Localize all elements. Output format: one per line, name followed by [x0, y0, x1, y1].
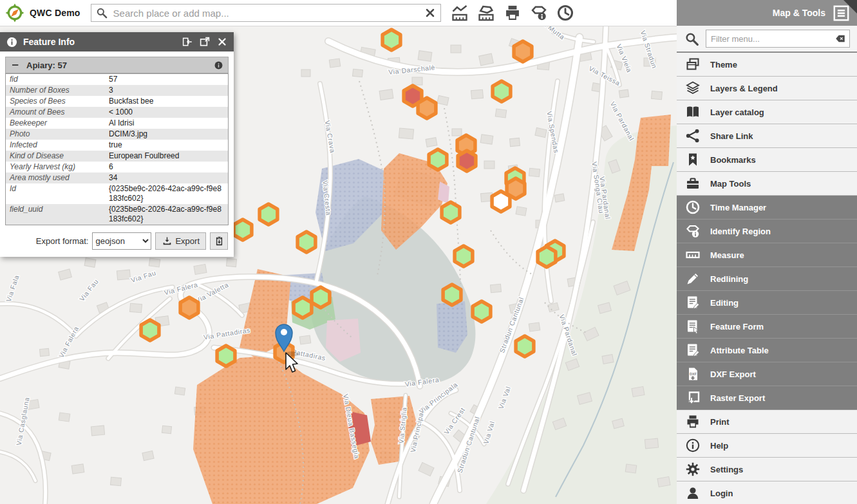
sidebar-item-label: Feature Form: [710, 322, 764, 331]
measure-area-icon[interactable]: [477, 4, 495, 22]
sidebar-item-measure[interactable]: Measure: [677, 243, 857, 267]
apiary-marker[interactable]: [217, 346, 235, 366]
attribute-row: Area mostly used34: [6, 173, 229, 183]
filter-menu-input[interactable]: [706, 33, 834, 44]
feature-info-header[interactable]: Feature Info: [0, 32, 234, 51]
sidebar-item-time-manager[interactable]: Time Manager: [677, 196, 857, 219]
attribute-value: 34: [105, 173, 229, 183]
sidebar-item-label: Map Tools: [710, 179, 751, 189]
filter-input-wrap[interactable]: [706, 30, 850, 48]
sidebar-item-share-link[interactable]: Share Link: [677, 124, 857, 148]
attribute-row: fid57: [6, 74, 229, 86]
attribute-label: Yearly Harvest (kg): [6, 162, 106, 173]
sidebar-item-feature-form[interactable]: Feature Form: [677, 315, 857, 339]
feature-info-circle-icon[interactable]: [214, 61, 223, 70]
sidebar-item-help[interactable]: Help: [677, 434, 857, 458]
apiary-marker[interactable]: [180, 297, 198, 318]
attribute-row: Kind of DiseaseEuropean Foulbreed: [6, 151, 229, 162]
sidebar-item-editing[interactable]: Editing: [677, 291, 857, 315]
backspace-clear-icon[interactable]: [834, 33, 846, 44]
apiary-marker[interactable]: [141, 320, 159, 341]
sidebar-item-dxf-export[interactable]: DXFDXF Export: [677, 362, 857, 386]
attribute-value: true: [105, 140, 229, 151]
attribute-value: {0235be9c-2026-42ac-a99c-f9e8183fc602}: [105, 204, 229, 225]
feature-info-panel: Feature Info Apiary: 57 fid57Number of B…: [0, 32, 234, 257]
attribute-value: European Foulbreed: [105, 151, 229, 162]
sidebar-item-settings[interactable]: Settings: [677, 458, 857, 481]
sidebar-item-label: Editing: [710, 298, 739, 308]
print-icon[interactable]: [504, 4, 522, 22]
attribute-value: 57: [105, 74, 229, 86]
apiary-marker[interactable]: [538, 247, 556, 267]
apiary-marker[interactable]: [418, 98, 436, 118]
sidebar-item-print[interactable]: Print: [677, 410, 857, 434]
sidebar-item-bookmarks[interactable]: Bookmarks: [677, 148, 857, 172]
dxf-icon: DXF: [685, 366, 701, 382]
sidebar-item-raster-export[interactable]: Raster Export: [677, 386, 857, 410]
measure-line-icon[interactable]: [451, 4, 469, 22]
attribute-value: Al Idrisi: [105, 118, 229, 129]
sidebar-item-label: Login: [710, 489, 733, 498]
attribute-value: 6: [105, 162, 229, 173]
sidebar-item-identify-region[interactable]: Identify Region: [677, 219, 857, 243]
feature-section-header[interactable]: Apiary: 57: [5, 57, 229, 73]
collapse-minus-icon[interactable]: [10, 60, 21, 70]
app-title: QWC Demo: [30, 8, 80, 18]
sidebar-item-label: Bookmarks: [710, 155, 756, 165]
export-button[interactable]: Export: [155, 232, 206, 250]
sidebar-item-attribute-table[interactable]: Attribute Table: [677, 339, 857, 362]
apiary-marker[interactable]: [473, 301, 491, 322]
apiary-marker[interactable]: [429, 149, 447, 170]
export-format-select[interactable]: geojson: [92, 232, 151, 250]
attribute-row: field_uuid{0235be9c-2026-42ac-a99c-f9e81…: [6, 204, 229, 225]
sidebar-item-label: Share Link: [710, 131, 753, 141]
new-window-icon[interactable]: [199, 36, 211, 48]
sidebar-item-label: Print: [710, 417, 730, 427]
time-icon: [685, 200, 701, 215]
sidebar-item-map-tools[interactable]: Map Tools: [677, 172, 857, 196]
apiary-marker[interactable]: [442, 202, 460, 223]
apiary-marker[interactable]: [382, 30, 400, 50]
search-clear-icon[interactable]: [424, 6, 437, 19]
apiary-marker[interactable]: [443, 285, 461, 305]
bookmark-icon: [685, 152, 701, 167]
top-bar: QWC Demo: [0, 0, 677, 26]
identify-region-icon[interactable]: [530, 4, 548, 22]
time-manager-icon[interactable]: [556, 4, 574, 22]
sidebar-title: Map & Tools: [773, 8, 825, 18]
attribute-row: Yearly Harvest (kg)6: [6, 162, 229, 173]
apiary-marker[interactable]: [458, 151, 476, 171]
apiary-marker[interactable]: [234, 219, 252, 240]
theme-icon: [685, 57, 701, 72]
attribute-value: {0235be9c-2026-42ac-a99c-f9e8183fc602}: [105, 183, 229, 204]
apiary-marker[interactable]: [516, 336, 534, 357]
panel-header-buttons: [182, 36, 228, 48]
sidebar-item-layer-catalog[interactable]: Layer catalog: [677, 100, 857, 124]
clipboard-icon: [214, 236, 225, 247]
attribute-label: Id: [6, 183, 106, 204]
apiary-marker[interactable]: [493, 81, 511, 102]
apiary-marker[interactable]: [294, 297, 312, 318]
sidebar-item-login[interactable]: Login: [677, 481, 857, 504]
attribute-label: Kind of Disease: [6, 151, 106, 162]
attribute-row: PhotoDCIM/3.jpg: [6, 129, 229, 140]
search-input[interactable]: [112, 7, 420, 19]
attribute-row: Id{0235be9c-2026-42ac-a99c-f9e8183fc602}: [6, 183, 229, 204]
dock-icon[interactable]: [182, 36, 193, 48]
sidebar-item-redlining[interactable]: Redlining: [677, 267, 857, 291]
apiary-marker[interactable]: [492, 191, 510, 212]
apiary-marker[interactable]: [259, 204, 278, 225]
sidebar-item-label: Layer catalog: [710, 107, 764, 117]
apiary-marker[interactable]: [297, 232, 315, 252]
apiary-marker[interactable]: [514, 41, 532, 62]
search-box[interactable]: [91, 4, 441, 22]
apiary-marker[interactable]: [455, 246, 473, 266]
apiary-marker[interactable]: [312, 287, 330, 308]
attribute-row: Species of BeesBuckfast bee: [6, 96, 229, 107]
sidebar-item-layers-legend[interactable]: Layers & Legend: [677, 77, 857, 100]
close-icon[interactable]: [216, 36, 228, 48]
svg-text:DXF: DXF: [690, 372, 697, 376]
copy-clipboard-button[interactable]: [210, 232, 228, 250]
sidebar-item-theme[interactable]: Theme: [677, 53, 857, 77]
attribute-value: DCIM/3.jpg: [105, 129, 229, 140]
